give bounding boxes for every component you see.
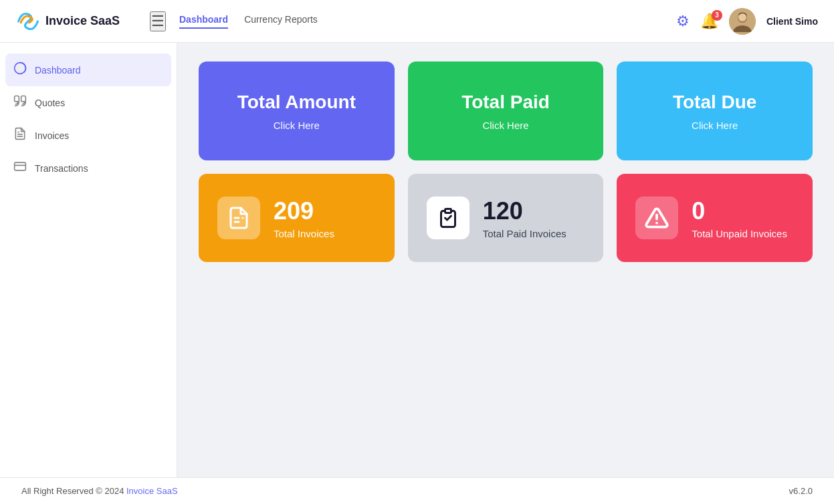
logo-icon bbox=[16, 9, 40, 33]
alert-icon bbox=[645, 206, 669, 230]
main-content: Total Amount Click Here Total Paid Click… bbox=[177, 43, 834, 477]
nav-currency-reports[interactable]: Currency Reports bbox=[244, 14, 318, 29]
layout: Dashboard Quotes Invoices bbox=[0, 43, 834, 477]
sidebar-item-invoices[interactable]: Invoices bbox=[0, 119, 177, 152]
sidebar-item-quotes[interactable]: Quotes bbox=[0, 86, 177, 119]
footer-version: v6.2.0 bbox=[789, 486, 813, 496]
clipboard-check-icon bbox=[436, 206, 460, 230]
total-invoices-number: 209 bbox=[274, 197, 334, 225]
dashboard-icon bbox=[13, 61, 27, 78]
quotes-icon bbox=[13, 94, 27, 111]
file-icon bbox=[227, 206, 251, 230]
total-paid-link[interactable]: Click Here bbox=[482, 120, 528, 131]
total-unpaid-info: 0 Total Unpaid Invoices bbox=[692, 197, 787, 239]
cards-row-2: 209 Total Invoices 120 Total Paid Invoic… bbox=[199, 174, 813, 262]
svg-rect-6 bbox=[15, 162, 26, 170]
sidebar: Dashboard Quotes Invoices bbox=[0, 43, 177, 477]
sidebar-label-quotes: Quotes bbox=[35, 98, 65, 108]
app-name: Invoice SaaS bbox=[45, 14, 120, 28]
svg-point-2 bbox=[738, 13, 746, 21]
total-amount-card[interactable]: Total Amount Click Here bbox=[199, 61, 395, 160]
total-unpaid-invoices-number: 0 bbox=[692, 197, 787, 225]
total-unpaid-invoices-card[interactable]: 0 Total Unpaid Invoices bbox=[617, 174, 813, 262]
invoices-icon-wrap bbox=[217, 197, 260, 239]
settings-button[interactable]: ⚙ bbox=[676, 13, 690, 30]
cards-row-1: Total Amount Click Here Total Paid Click… bbox=[199, 61, 813, 160]
nav-links: Dashboard Currency Reports bbox=[179, 14, 676, 29]
total-due-card[interactable]: Total Due Click Here bbox=[617, 61, 813, 160]
total-paid-title: Total Paid bbox=[461, 92, 550, 113]
total-paid-invoices-number: 120 bbox=[483, 197, 566, 225]
total-invoices-card[interactable]: 209 Total Invoices bbox=[199, 174, 395, 262]
hamburger-button[interactable]: ☰ bbox=[150, 11, 166, 31]
svg-rect-11 bbox=[445, 209, 451, 213]
total-invoices-info: 209 Total Invoices bbox=[274, 197, 334, 239]
bell-wrap[interactable]: 🔔 3 bbox=[700, 13, 718, 30]
sidebar-label-dashboard: Dashboard bbox=[35, 65, 81, 76]
total-paid-invoices-label: Total Paid Invoices bbox=[483, 228, 566, 239]
topnav: Invoice SaaS ☰ Dashboard Currency Report… bbox=[0, 0, 834, 43]
transactions-icon bbox=[13, 160, 27, 176]
avatar bbox=[729, 8, 756, 35]
footer-brand-link[interactable]: Invoice SaaS bbox=[126, 486, 178, 496]
total-paid-card[interactable]: Total Paid Click Here bbox=[408, 61, 604, 160]
total-unpaid-invoices-label: Total Unpaid Invoices bbox=[692, 228, 787, 239]
invoices-icon bbox=[13, 127, 27, 144]
total-amount-title: Total Amount bbox=[237, 92, 356, 113]
logo-area: Invoice SaaS bbox=[16, 9, 150, 33]
total-invoices-label: Total Invoices bbox=[274, 228, 334, 239]
notification-badge: 3 bbox=[712, 10, 722, 21]
sidebar-item-dashboard[interactable]: Dashboard bbox=[5, 53, 171, 86]
footer: All Right Reserved © 2024 Invoice SaaS v… bbox=[0, 477, 834, 504]
total-paid-info: 120 Total Paid Invoices bbox=[483, 197, 566, 239]
total-due-title: Total Due bbox=[673, 92, 756, 113]
paid-icon-wrap bbox=[427, 197, 470, 239]
sidebar-label-invoices: Invoices bbox=[35, 130, 69, 141]
username: Client Simo bbox=[766, 16, 818, 27]
sidebar-label-transactions: Transactions bbox=[35, 163, 88, 174]
total-due-link[interactable]: Click Here bbox=[692, 120, 738, 131]
nav-dashboard[interactable]: Dashboard bbox=[179, 14, 228, 29]
footer-copyright: All Right Reserved © 2024 Invoice SaaS bbox=[21, 486, 178, 496]
total-paid-invoices-card[interactable]: 120 Total Paid Invoices bbox=[408, 174, 604, 262]
total-amount-link[interactable]: Click Here bbox=[274, 120, 320, 131]
sidebar-item-transactions[interactable]: Transactions bbox=[0, 152, 177, 184]
nav-right: ⚙ 🔔 3 Client Simo bbox=[676, 8, 818, 35]
unpaid-icon-wrap bbox=[635, 197, 678, 239]
